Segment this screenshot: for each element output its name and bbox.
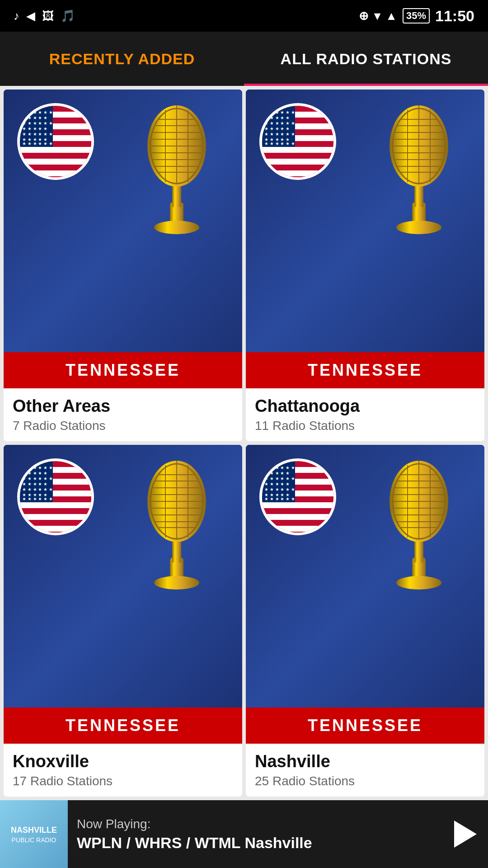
- svg-rect-11: [20, 170, 94, 176]
- svg-text:★ ★ ★ ★ ★: ★ ★ ★ ★ ★: [22, 481, 47, 486]
- svg-rect-23: [172, 184, 181, 207]
- svg-text:★ ★ ★ ★ ★ ★: ★ ★ ★ ★ ★ ★: [22, 121, 53, 126]
- tab-bar: RECENTLY ADDED ALL RADIO STATIONS: [0, 32, 488, 86]
- status-icons-left: ♪ ◀ 🖼 🎵: [14, 9, 75, 23]
- station-name: Knoxville: [13, 752, 233, 771]
- svg-text:★ ★ ★ ★ ★ ★: ★ ★ ★ ★ ★ ★: [22, 476, 53, 481]
- svg-text:★ ★ ★ ★ ★ ★: ★ ★ ★ ★ ★ ★: [264, 141, 295, 146]
- svg-rect-47: [262, 159, 336, 165]
- svg-rect-137: [414, 540, 423, 562]
- station-info-knoxville: Knoxville 17 Radio Stations: [4, 744, 242, 797]
- flag-circle: ★ ★ ★ ★ ★ ★ ★ ★ ★ ★ ★ ★ ★ ★ ★ ★ ★ ★ ★ ★ …: [17, 103, 94, 180]
- svg-rect-48: [262, 165, 336, 170]
- battery-indicator: 35%: [403, 8, 430, 24]
- tennessee-banner: TENNESSEE: [246, 708, 484, 744]
- station-count: 7 Radio Stations: [13, 419, 233, 433]
- station-count: 11 Radio Stations: [255, 419, 475, 433]
- svg-rect-12: [20, 176, 94, 180]
- microphone-icon: [120, 449, 233, 594]
- svg-point-136: [396, 576, 441, 590]
- station-name: Other Areas: [13, 396, 233, 416]
- stations-grid: ★ ★ ★ ★ ★ ★ ★ ★ ★ ★ ★ ★ ★ ★ ★ ★ ★ ★ ★ ★ …: [0, 86, 488, 800]
- svg-text:★ ★ ★ ★ ★ ★: ★ ★ ★ ★ ★ ★: [264, 476, 295, 481]
- now-playing-logo: NASHVILLE PUBLIC RADIO: [0, 800, 68, 868]
- svg-text:★ ★ ★ ★ ★ ★: ★ ★ ★ ★ ★ ★: [22, 141, 53, 146]
- microphone-icon: [362, 449, 475, 594]
- flag-circle: ★ ★ ★ ★ ★ ★ ★ ★ ★ ★ ★ ★ ★ ★ ★ ★ ★ ★ ★ ★ …: [259, 458, 336, 535]
- tab-recently-added[interactable]: RECENTLY ADDED: [0, 32, 244, 86]
- svg-text:★ ★ ★ ★ ★ ★: ★ ★ ★ ★ ★ ★: [22, 496, 53, 501]
- status-icons-right: ⊕ ▾ ▲ 35% 11:50: [359, 7, 474, 25]
- station-card-knoxville[interactable]: ★ ★ ★ ★ ★ ★ ★ ★ ★ ★ ★ ★ ★ ★ ★ ★ ★ ★ ★ ★ …: [4, 445, 242, 797]
- svg-rect-61: [414, 184, 423, 207]
- logo-top-text: NASHVILLE: [9, 824, 59, 837]
- flag-circle: ★ ★ ★ ★ ★ ★ ★ ★ ★ ★ ★ ★ ★ ★ ★ ★ ★ ★ ★ ★ …: [259, 103, 336, 180]
- svg-rect-49: [262, 170, 336, 176]
- svg-text:★ ★ ★ ★ ★: ★ ★ ★ ★ ★: [22, 115, 47, 120]
- microphone-icon: [120, 94, 233, 239]
- station-image-chattanooga: ★ ★ ★ ★ ★ ★ ★ ★ ★ ★ ★ ★ ★ ★ ★ ★ ★ ★ ★ ★ …: [246, 90, 484, 388]
- svg-rect-99: [172, 540, 181, 562]
- station-image-nashville: ★ ★ ★ ★ ★ ★ ★ ★ ★ ★ ★ ★ ★ ★ ★ ★ ★ ★ ★ ★ …: [246, 445, 484, 744]
- svg-rect-83: [20, 502, 94, 508]
- status-bar: ♪ ◀ 🖼 🎵 ⊕ ▾ ▲ 35% 11:50: [0, 0, 488, 32]
- svg-point-98: [154, 576, 199, 590]
- svg-text:★ ★ ★ ★ ★: ★ ★ ★ ★ ★: [22, 126, 47, 131]
- flag-circle: ★ ★ ★ ★ ★ ★ ★ ★ ★ ★ ★ ★ ★ ★ ★ ★ ★ ★ ★ ★ …: [17, 458, 94, 535]
- svg-rect-9: [20, 159, 94, 165]
- svg-rect-7: [20, 147, 94, 153]
- svg-rect-85: [20, 514, 94, 520]
- svg-text:★ ★ ★ ★ ★ ★: ★ ★ ★ ★ ★ ★: [264, 496, 295, 501]
- svg-point-22: [154, 221, 199, 234]
- station-card-chattanooga[interactable]: ★ ★ ★ ★ ★ ★ ★ ★ ★ ★ ★ ★ ★ ★ ★ ★ ★ ★ ★ ★ …: [246, 90, 484, 441]
- svg-text:★ ★ ★ ★ ★ ★: ★ ★ ★ ★ ★ ★: [22, 465, 53, 470]
- svg-rect-123: [262, 514, 336, 520]
- wifi-icon: ▾: [374, 9, 380, 23]
- now-playing-title: WPLN / WHRS / WTML Nashville: [77, 834, 434, 852]
- svg-rect-84: [20, 508, 94, 514]
- svg-text:★ ★ ★ ★ ★: ★ ★ ★ ★ ★: [22, 471, 47, 476]
- svg-rect-10: [20, 165, 94, 170]
- now-playing-bar[interactable]: NASHVILLE PUBLIC RADIO Now Playing: WPLN…: [0, 800, 488, 868]
- svg-rect-124: [262, 520, 336, 526]
- back-icon: ◀: [26, 9, 35, 23]
- svg-rect-125: [262, 526, 336, 532]
- signal-icon: ▲: [385, 9, 397, 23]
- tennessee-banner: TENNESSEE: [246, 352, 484, 388]
- svg-rect-46: [262, 153, 336, 159]
- station-image-other-areas: ★ ★ ★ ★ ★ ★ ★ ★ ★ ★ ★ ★ ★ ★ ★ ★ ★ ★ ★ ★ …: [4, 90, 242, 388]
- svg-rect-121: [262, 502, 336, 508]
- svg-text:★ ★ ★ ★ ★: ★ ★ ★ ★ ★: [264, 126, 290, 131]
- now-playing-info: Now Playing: WPLN / WHRS / WTML Nashvill…: [68, 810, 443, 859]
- station-info-chattanooga: Chattanooga 11 Radio Stations: [246, 388, 484, 441]
- svg-rect-87: [20, 526, 94, 532]
- station-name: Nashville: [255, 752, 475, 771]
- svg-rect-122: [262, 508, 336, 514]
- svg-text:★ ★ ★ ★ ★ ★: ★ ★ ★ ★ ★ ★: [264, 110, 295, 115]
- svg-text:★ ★ ★ ★ ★ ★: ★ ★ ★ ★ ★ ★: [264, 465, 295, 470]
- image-icon: 🖼: [42, 9, 54, 23]
- svg-rect-45: [262, 147, 336, 153]
- music-icon: ♪: [14, 9, 19, 23]
- svg-rect-88: [20, 532, 94, 535]
- station-card-other-areas[interactable]: ★ ★ ★ ★ ★ ★ ★ ★ ★ ★ ★ ★ ★ ★ ★ ★ ★ ★ ★ ★ …: [4, 90, 242, 441]
- microphone-icon: [362, 94, 475, 239]
- station-card-nashville[interactable]: ★ ★ ★ ★ ★ ★ ★ ★ ★ ★ ★ ★ ★ ★ ★ ★ ★ ★ ★ ★ …: [246, 445, 484, 797]
- clock: 11:50: [435, 7, 474, 25]
- svg-text:★ ★ ★ ★ ★ ★: ★ ★ ★ ★ ★ ★: [264, 132, 295, 137]
- station-info-nashville: Nashville 25 Radio Stations: [246, 744, 484, 797]
- svg-text:★ ★ ★ ★ ★: ★ ★ ★ ★ ★: [264, 115, 290, 120]
- add-icon: ⊕: [359, 9, 369, 23]
- tennessee-banner: TENNESSEE: [4, 708, 242, 744]
- svg-rect-86: [20, 520, 94, 526]
- svg-rect-8: [20, 153, 94, 159]
- svg-text:★ ★ ★ ★ ★ ★: ★ ★ ★ ★ ★ ★: [22, 132, 53, 137]
- station-count: 17 Radio Stations: [13, 774, 233, 788]
- play-button[interactable]: [443, 800, 488, 868]
- svg-rect-126: [262, 532, 336, 535]
- tab-all-radio-stations[interactable]: ALL RADIO STATIONS: [244, 32, 488, 86]
- svg-point-60: [396, 221, 441, 234]
- svg-text:★ ★ ★ ★ ★: ★ ★ ★ ★ ★: [264, 481, 290, 486]
- svg-text:★ ★ ★ ★ ★: ★ ★ ★ ★ ★: [264, 471, 290, 476]
- station-name: Chattanooga: [255, 396, 475, 416]
